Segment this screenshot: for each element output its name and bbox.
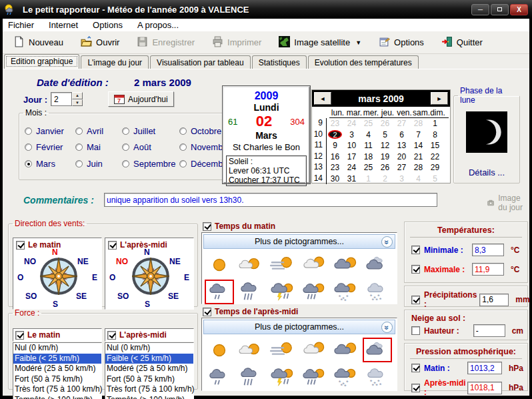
force-option[interactable]: Modéré (25 à 50 km/h) <box>13 364 101 374</box>
picto-dark-cloud[interactable] <box>363 252 392 277</box>
calendar-day[interactable]: 22 <box>427 152 443 161</box>
pression-apres-midi-checkbox[interactable] <box>411 384 420 392</box>
pression-matin-checkbox[interactable] <box>411 364 420 372</box>
mois-radio-8[interactable]: Septembre <box>122 155 179 172</box>
calendar-day[interactable]: 23 <box>327 163 343 172</box>
mois-radio-0[interactable]: Janvier <box>25 123 75 139</box>
force-option[interactable]: Modéré (25 à 50 km/h) <box>105 364 193 374</box>
menu-internet[interactable]: Internet <box>49 20 78 30</box>
aujourdhui-button[interactable]: 7 Aujourd'hui <box>108 91 174 107</box>
menu-a-propos[interactable]: A propos... <box>137 20 179 30</box>
picto-thunderstorm[interactable] <box>268 280 297 304</box>
checkbox-icon[interactable] <box>15 331 24 340</box>
calendar-day[interactable]: 26 <box>377 119 393 128</box>
calendar-prev-button[interactable]: ◄ <box>314 92 331 105</box>
calendar-day[interactable]: 27 <box>393 163 410 172</box>
calendar-day[interactable]: 29 <box>427 163 443 172</box>
calendar-day[interactable]: 27 <box>393 119 410 128</box>
temps-apres-midi-checkbox[interactable]: Temps de l'après-midi <box>203 307 298 316</box>
picto-snow-sun[interactable]: ***** <box>331 280 360 304</box>
calendar-day-selected[interactable]: 2 <box>327 130 343 139</box>
radio-icon[interactable] <box>25 127 32 135</box>
radio-icon[interactable] <box>75 143 83 151</box>
calendar-day[interactable]: 9 <box>327 141 343 150</box>
force-apresmidi-checkbox[interactable]: L'après-midi <box>107 330 191 340</box>
maximize-button[interactable] <box>491 4 509 15</box>
calendar-day[interactable]: 10 <box>343 141 360 150</box>
picto-light-rain[interactable] <box>205 280 234 304</box>
calendar-next-button[interactable]: ► <box>431 92 448 105</box>
hauteur-input[interactable] <box>473 324 505 337</box>
jour-spin-down-icon[interactable]: ▼ <box>72 99 83 107</box>
temps-matin-checkbox-box[interactable] <box>203 222 211 231</box>
picto-dark-cloud-sun[interactable] <box>331 338 360 362</box>
picto-sun[interactable] <box>205 338 234 362</box>
calendar-day[interactable]: 25 <box>360 163 377 172</box>
plus-pictogrammes-label-2[interactable]: Plus de pictogrammes... <box>204 322 395 332</box>
calendar-day[interactable]: 19 <box>377 152 393 161</box>
toolbar-quitter-button[interactable]: Quitter <box>441 36 483 49</box>
radio-icon[interactable] <box>75 160 83 167</box>
checkbox-icon[interactable] <box>108 241 117 250</box>
radio-icon[interactable] <box>179 160 187 167</box>
picto-thunderstorm[interactable] <box>268 365 297 390</box>
direction-o-matin[interactable]: O <box>17 273 23 282</box>
direction-e-matin[interactable]: E <box>92 273 97 282</box>
menu-options[interactable]: Options <box>93 20 123 30</box>
picto-heavy-rain[interactable] <box>236 280 265 304</box>
toolbar-ouvrir-button[interactable]: Ouvrir <box>81 36 119 49</box>
direction-ne-matin[interactable]: NE <box>77 257 89 266</box>
force-option[interactable]: Fort (50 à 75 km/h) <box>105 374 193 385</box>
direction-o-apresmidi[interactable]: O <box>109 273 115 282</box>
calendar-day[interactable]: 30 <box>327 174 343 183</box>
calendar-day[interactable]: 17 <box>343 152 360 161</box>
picto-snow[interactable]: ****** <box>363 365 392 390</box>
picto-dark-cloud-sun[interactable] <box>331 252 360 277</box>
image-du-jour-button[interactable]: Image du jour <box>487 193 529 212</box>
tab-evolution-des-temperatures[interactable]: Evolution des températures <box>308 55 419 69</box>
direction-se-matin[interactable]: SE <box>76 292 87 301</box>
checkbox-icon[interactable] <box>16 241 25 250</box>
picto-fog-sun[interactable] <box>268 338 297 362</box>
direction-no-matin[interactable]: NO <box>24 257 36 266</box>
calendar-day[interactable]: 2 <box>377 174 393 183</box>
calendar-day[interactable]: 12 <box>377 141 393 150</box>
jour-input[interactable] <box>51 92 72 106</box>
calendar-day[interactable]: 23 <box>327 119 343 128</box>
calendar-day[interactable]: 16 <box>327 152 343 161</box>
maximale-input[interactable] <box>472 263 504 276</box>
temps-apres-midi-checkbox-box[interactable] <box>203 308 211 316</box>
calendar-day[interactable]: 3 <box>343 130 360 139</box>
calendar-day[interactable]: 25 <box>360 119 377 128</box>
picto-rain-sun[interactable] <box>299 280 329 304</box>
radio-icon[interactable] <box>122 160 129 167</box>
precipitations-input[interactable] <box>479 294 509 306</box>
direction-s-matin[interactable]: S <box>53 300 58 309</box>
picto-light-rain[interactable] <box>205 365 234 390</box>
calendar-day[interactable]: 3 <box>393 174 410 183</box>
mois-radio-5[interactable]: Juin <box>75 155 122 172</box>
plus-pictogrammes-label[interactable]: Plus de pictogrammes... <box>204 237 395 246</box>
moon-details-link[interactable]: Détails ... <box>454 167 519 177</box>
hauteur-checkbox[interactable] <box>411 326 420 335</box>
calendar-day[interactable]: 20 <box>393 152 410 161</box>
chevron-down-icon-2[interactable]: » <box>381 322 393 333</box>
pression-apres-midi-input[interactable] <box>467 382 502 394</box>
calendar-day[interactable]: 13 <box>393 141 410 150</box>
direction-so-matin[interactable]: SO <box>25 292 37 301</box>
tab-statistiques[interactable]: Statistiques <box>252 55 307 69</box>
tab-edition-graphique[interactable]: Edition graphique <box>4 54 79 69</box>
toolbar-image-satellite-button[interactable]: Image satellite ▼ <box>279 36 361 49</box>
minimale-input[interactable] <box>472 244 504 256</box>
commentaires-input[interactable] <box>104 193 437 207</box>
calendar-day[interactable]: 21 <box>410 152 427 161</box>
picto-snow-sun[interactable]: ***** <box>331 365 360 390</box>
mois-radio-2[interactable]: Mars <box>25 155 75 172</box>
force-option[interactable]: Tempête (> 100 km/h) <box>105 395 193 399</box>
calendar-day[interactable]: 5 <box>427 174 443 183</box>
direction-ne-apresmidi[interactable]: NE <box>169 257 181 266</box>
force-option[interactable]: Faible (< 25 km/h) <box>13 354 101 364</box>
dropdown-arrow-icon[interactable]: ▼ <box>355 39 361 46</box>
force-option[interactable]: Nul (0 km/h) <box>105 343 193 354</box>
calendar-day[interactable]: 6 <box>393 130 410 139</box>
